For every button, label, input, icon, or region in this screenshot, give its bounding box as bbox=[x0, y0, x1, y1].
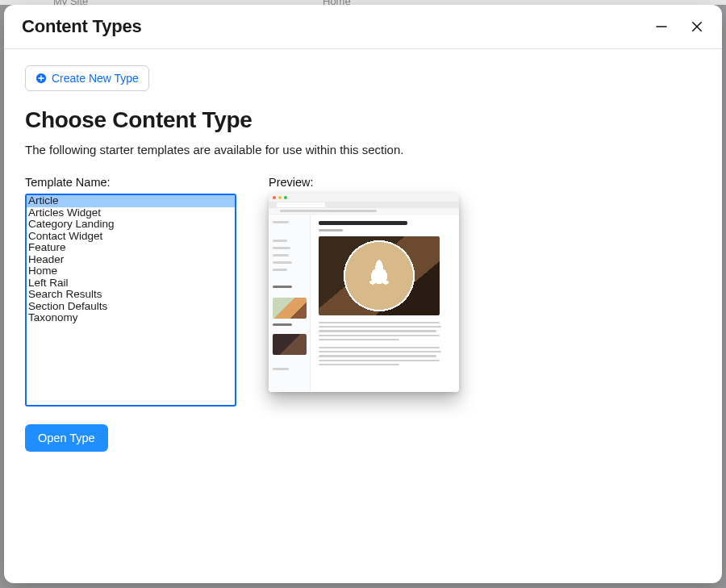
template-option[interactable]: Articles Widget bbox=[27, 207, 235, 219]
template-option[interactable]: Left Rail bbox=[27, 277, 235, 290]
preview-sidebar bbox=[269, 215, 311, 392]
preview-sidebar-thumb-icon bbox=[273, 298, 307, 319]
traffic-light-close-icon bbox=[273, 196, 276, 199]
modal-header: Content Types bbox=[4, 5, 722, 49]
template-name-label: Template Name: bbox=[25, 176, 236, 189]
preview-window-chrome bbox=[269, 194, 459, 202]
template-option[interactable]: Header bbox=[27, 254, 235, 266]
create-new-type-label: Create New Type bbox=[52, 72, 139, 85]
modal-title: Content Types bbox=[22, 16, 142, 37]
minimize-icon bbox=[654, 19, 669, 34]
template-option[interactable]: Home bbox=[27, 265, 235, 277]
preview-page bbox=[269, 215, 459, 392]
template-option[interactable]: Taxonomy bbox=[27, 312, 235, 324]
traffic-light-minimize-icon bbox=[278, 196, 282, 199]
choose-content-type-description: The following starter templates are avai… bbox=[25, 143, 701, 156]
plus-circle-icon bbox=[35, 73, 47, 84]
close-icon bbox=[690, 19, 704, 34]
minimize-button[interactable] bbox=[654, 19, 669, 34]
template-listbox[interactable]: ArticleArticles WidgetCategory LandingCo… bbox=[25, 194, 236, 407]
content-columns: Template Name: ArticleArticles WidgetCat… bbox=[25, 176, 701, 452]
choose-content-type-heading: Choose Content Type bbox=[25, 107, 701, 133]
template-option[interactable]: Section Defaults bbox=[27, 301, 235, 313]
preview-column: Preview: bbox=[269, 176, 701, 392]
template-column: Template Name: ArticleArticles WidgetCat… bbox=[25, 176, 236, 452]
preview-main bbox=[311, 215, 459, 392]
template-option[interactable]: Feature bbox=[27, 242, 235, 254]
modal-header-actions bbox=[654, 19, 704, 34]
open-type-label: Open Type bbox=[38, 432, 95, 444]
traffic-light-zoom-icon bbox=[284, 196, 287, 199]
preview-tabbar bbox=[269, 202, 459, 208]
modal-body: Create New Type Choose Content Type The … bbox=[4, 49, 722, 583]
content-types-modal: Content Types Create New Type Choose Con… bbox=[4, 5, 722, 583]
preview-hero-image-icon bbox=[319, 236, 440, 315]
preview-urlbar bbox=[269, 208, 459, 215]
close-button[interactable] bbox=[690, 19, 704, 34]
preview-thumbnail bbox=[269, 194, 459, 392]
template-option[interactable]: Contact Widget bbox=[27, 231, 235, 243]
template-option[interactable]: Search Results bbox=[27, 289, 235, 301]
preview-label: Preview: bbox=[269, 176, 701, 189]
create-new-type-button[interactable]: Create New Type bbox=[25, 65, 149, 91]
preview-sidebar-thumb-icon bbox=[273, 334, 307, 355]
template-option[interactable]: Category Landing bbox=[27, 219, 235, 231]
open-type-button[interactable]: Open Type bbox=[25, 424, 108, 452]
template-option[interactable]: Article bbox=[27, 195, 235, 207]
preview-article-title bbox=[319, 221, 407, 225]
